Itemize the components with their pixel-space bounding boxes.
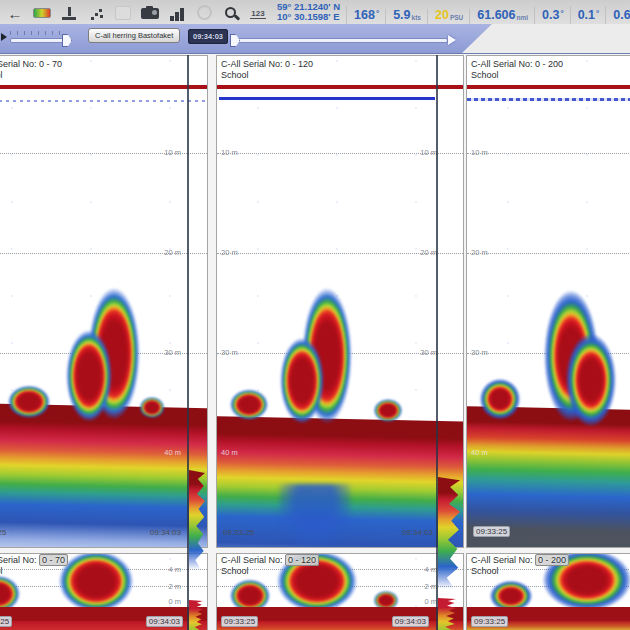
timestamp-start: 09:33:25 [471, 616, 508, 627]
depth-label: 30 m [164, 348, 181, 357]
page-123-label: 123 [250, 9, 265, 19]
longitude-value: 10° 30.1598' E [277, 12, 340, 22]
timestamp-end: 09:34:03 [392, 616, 429, 627]
panel-subtitle: School [0, 70, 3, 80]
zoom-icon[interactable] [222, 5, 240, 21]
timestamp-start: 09:33:25 [473, 526, 510, 537]
time-scroll-slider[interactable] [230, 31, 448, 45]
slider-ticks [10, 31, 64, 35]
transducer-line [219, 97, 435, 100]
depth-label: 2 m [168, 582, 181, 591]
back-arrow-glyph: ← [8, 7, 23, 21]
depth-label: 10 m [420, 148, 437, 157]
panel-subtitle: School [221, 566, 249, 576]
panel-subtitle: School [471, 70, 499, 80]
erase-icon [114, 5, 132, 21]
heave-value: 0.6 [613, 9, 630, 22]
bar-chart-icon[interactable] [168, 5, 186, 21]
position-readout: 59° 21.1240' N 10° 30.1598' E [273, 2, 346, 24]
toolbar-icon-group: ← 123 [0, 5, 273, 24]
salinity-readout: 20PSU [427, 9, 469, 24]
bottom-echogram-panel-200[interactable]: C-All Serial No: 0 - 200 School 09:33:25 [466, 553, 630, 630]
timestamp-start: 09:33:25 [0, 616, 12, 627]
speed-value: 5.9 [393, 9, 410, 22]
panel-subtitle: School [0, 566, 3, 576]
distance-unit: nmi [516, 13, 528, 22]
heading-unit: ° [376, 6, 379, 22]
echosounder-app-window: ← 123 59° 21.1240' N 10° 30.1598' E 168°… [0, 0, 630, 630]
roll-readout: 0.1° [570, 6, 606, 24]
panel-subtitle: School [221, 70, 249, 80]
fish-school [279, 334, 325, 424]
page-123-icon[interactable]: 123 [249, 5, 267, 21]
time-badge: 09:34:03 [188, 29, 228, 44]
gridline-20m [467, 253, 630, 254]
salinity-unit: PSU [450, 13, 463, 22]
time-cursor-line[interactable] [187, 55, 189, 630]
zoom-slider[interactable] [10, 31, 72, 45]
fish-school [65, 326, 113, 422]
camera-glyph [141, 8, 159, 19]
surface-line [0, 85, 207, 89]
nav-data-bar: 59° 21.1240' N 10° 30.1598' E 168° 5.9kt… [273, 0, 630, 24]
depth-label: 30 m [420, 348, 437, 357]
pitch-unit: ° [560, 6, 563, 22]
transducer-line [467, 98, 630, 101]
clock-icon [195, 5, 213, 21]
scatter-plot-icon[interactable] [87, 5, 105, 21]
time-slider-groove [230, 38, 448, 43]
panel-title-prefix: C-All Serial No: [221, 555, 283, 565]
back-arrow-icon[interactable]: ← [6, 5, 24, 21]
bar-chart-glyph [170, 8, 184, 21]
pitch-readout: 0.3° [534, 6, 570, 24]
panel-title: C-All Serial No: 0 - 200 [471, 555, 569, 565]
depth-label: 40 m [221, 448, 238, 457]
main-toolbar: ← 123 59° 21.1240' N 10° 30.1598' E 168°… [0, 0, 630, 25]
erase-glyph [115, 6, 131, 20]
time-cursor-line[interactable] [436, 55, 438, 630]
controlbar-corner [462, 24, 630, 53]
depth-label: 20 m [221, 248, 238, 257]
timestamp-end: 09:34:03 [402, 528, 433, 537]
replay-control-bar: C-all herring Bastofaket 09:34:03 [0, 24, 630, 54]
salinity-value: 20 [435, 9, 449, 22]
echogram-panel-70[interactable]: C-All Serial No: 0 - 70 School 10 m 10 m… [0, 55, 208, 548]
depth-label: 30 m [471, 348, 488, 357]
panel-title-prefix: C-All Serial No: [471, 555, 533, 565]
bottom-echogram-panel-70[interactable]: C-All Serial No: 0 - 70 School 4 m 2 m 0… [0, 553, 208, 630]
scatter-glyph [89, 8, 103, 21]
bottom-echogram-panel-120[interactable]: C-All Serial No: 0 - 120 School 4 m 2 m … [216, 553, 464, 630]
heading-readout: 168° [346, 6, 385, 24]
depth-label: 30 m [221, 348, 238, 357]
roll-value: 0.1 [578, 9, 595, 22]
play-arrow-icon[interactable] [1, 33, 7, 41]
time-slider-thumb[interactable] [230, 34, 240, 47]
depth-label: 20 m [471, 248, 488, 257]
panel-subtitle: School [471, 566, 499, 576]
echogram-panel-120[interactable]: C-All Serial No: 0 - 120 School 10 m 10 … [216, 55, 464, 548]
depth-label: 20 m [164, 248, 181, 257]
preset-button[interactable]: C-all herring Bastofaket [88, 28, 180, 43]
fish-school [57, 553, 135, 612]
distance-readout: 61.606nmi [469, 9, 534, 24]
heave-readout: 0.6° [605, 6, 630, 24]
depth-label: 40 m [164, 448, 181, 457]
bottom-detection-icon[interactable] [60, 5, 78, 21]
fish-school [565, 332, 617, 428]
range-badge: 0 - 200 [535, 554, 569, 566]
surface-line [467, 85, 630, 89]
gridline-10m [467, 153, 630, 154]
slider-thumb[interactable] [62, 34, 72, 47]
depth-label: 40 m [471, 448, 488, 457]
echogram-panel-200[interactable]: C-All Serial No: 0 - 200 School 10 m 20 … [466, 55, 630, 548]
transducer-line [0, 100, 207, 102]
panel-title: C-All Serial No: 0 - 120 [221, 59, 313, 69]
zoom-glyph [224, 6, 239, 21]
time-slider-arrow[interactable] [448, 35, 456, 45]
color-scale-icon[interactable] [33, 5, 51, 21]
fish-school [229, 388, 269, 420]
speed-readout: 5.9kts [385, 9, 427, 24]
distance-value: 61.606 [477, 9, 515, 22]
camera-icon[interactable] [141, 5, 159, 21]
fish-school [139, 396, 165, 418]
